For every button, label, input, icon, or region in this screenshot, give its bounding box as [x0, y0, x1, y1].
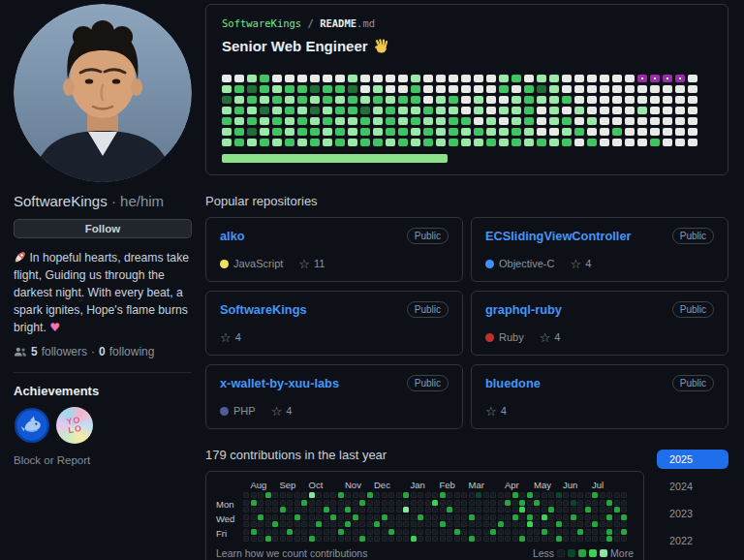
contribution-day-cell[interactable]: [411, 529, 417, 535]
contribution-day-cell[interactable]: [309, 500, 315, 506]
contribution-day-cell[interactable]: [374, 507, 380, 513]
contribution-day-cell[interactable]: [621, 500, 627, 506]
contribution-day-cell[interactable]: [353, 514, 358, 520]
contribution-day-cell[interactable]: [388, 536, 394, 542]
contribution-day-cell[interactable]: [571, 492, 576, 498]
contribution-day-cell[interactable]: [490, 514, 496, 520]
contribution-day-cell[interactable]: [563, 536, 569, 542]
contribution-day-cell[interactable]: [519, 536, 525, 542]
contribution-day-cell[interactable]: [367, 507, 373, 513]
contribution-day-cell[interactable]: [469, 500, 475, 506]
contribution-day-cell[interactable]: [367, 536, 373, 542]
contribution-day-cell[interactable]: [563, 500, 569, 506]
contribution-day-cell[interactable]: [280, 529, 286, 535]
contribution-day-cell[interactable]: [324, 492, 329, 498]
contribution-day-cell[interactable]: [483, 514, 489, 520]
contribution-day-cell[interactable]: [577, 507, 583, 513]
contribution-day-cell[interactable]: [476, 529, 481, 535]
contribution-day-cell[interactable]: [614, 529, 620, 535]
contribution-day-cell[interactable]: [563, 507, 569, 513]
contribution-day-cell[interactable]: [338, 536, 344, 542]
contribution-day-cell[interactable]: [367, 492, 373, 498]
contribution-day-cell[interactable]: [548, 514, 554, 520]
contribution-day-cell[interactable]: [243, 521, 249, 527]
contribution-day-cell[interactable]: [338, 507, 344, 513]
contribution-day-cell[interactable]: [382, 492, 388, 498]
contribution-day-cell[interactable]: [258, 514, 264, 520]
contribution-day-cell[interactable]: [338, 492, 344, 498]
contribution-day-cell[interactable]: [280, 514, 286, 520]
contribution-day-cell[interactable]: [483, 500, 489, 506]
contribution-day-cell[interactable]: [432, 507, 438, 513]
contribution-day-cell[interactable]: [585, 492, 591, 498]
contribution-day-cell[interactable]: [382, 521, 388, 527]
contribution-day-cell[interactable]: [600, 536, 605, 542]
contribution-day-cell[interactable]: [461, 514, 467, 520]
contribution-day-cell[interactable]: [454, 507, 460, 513]
contribution-day-cell[interactable]: [243, 507, 249, 513]
contribution-day-cell[interactable]: [461, 529, 467, 535]
contribution-day-cell[interactable]: [251, 507, 257, 513]
contribution-day-cell[interactable]: [505, 521, 511, 527]
contribution-day-cell[interactable]: [469, 492, 475, 498]
contribution-day-cell[interactable]: [512, 529, 518, 535]
contribution-day-cell[interactable]: [425, 500, 431, 506]
contribution-day-cell[interactable]: [600, 492, 605, 498]
contribution-day-cell[interactable]: [345, 521, 351, 527]
contribution-day-cell[interactable]: [432, 514, 438, 520]
contribution-day-cell[interactable]: [432, 500, 438, 506]
contribution-day-cell[interactable]: [454, 514, 460, 520]
contribution-day-cell[interactable]: [287, 536, 293, 542]
contribution-day-cell[interactable]: [403, 492, 409, 498]
contribution-day-cell[interactable]: [280, 492, 286, 498]
contribution-day-cell[interactable]: [592, 514, 598, 520]
contribution-day-cell[interactable]: [345, 492, 351, 498]
contribution-day-cell[interactable]: [265, 514, 271, 520]
contribution-day-cell[interactable]: [614, 507, 620, 513]
contribution-day-cell[interactable]: [345, 529, 351, 535]
contribution-day-cell[interactable]: [512, 492, 518, 498]
contribution-day-cell[interactable]: [454, 536, 460, 542]
contribution-day-cell[interactable]: [592, 521, 598, 527]
contribution-day-cell[interactable]: [330, 514, 336, 520]
contribution-day-cell[interactable]: [309, 514, 315, 520]
contribution-day-cell[interactable]: [418, 529, 423, 535]
contribution-day-cell[interactable]: [534, 536, 540, 542]
contribution-day-cell[interactable]: [483, 529, 489, 535]
contribution-day-cell[interactable]: [359, 500, 365, 506]
contribution-day-cell[interactable]: [425, 507, 431, 513]
contribution-day-cell[interactable]: [556, 514, 562, 520]
contribution-day-cell[interactable]: [309, 492, 315, 498]
contribution-day-cell[interactable]: [592, 500, 598, 506]
contribution-day-cell[interactable]: [301, 492, 307, 498]
contribution-day-cell[interactable]: [411, 521, 417, 527]
contribution-day-cell[interactable]: [534, 500, 540, 506]
contribution-day-cell[interactable]: [345, 536, 351, 542]
contribution-day-cell[interactable]: [425, 529, 431, 535]
contribution-day-cell[interactable]: [498, 521, 504, 527]
contribution-day-cell[interactable]: [498, 514, 504, 520]
contribution-day-cell[interactable]: [294, 507, 300, 513]
contribution-day-cell[interactable]: [534, 521, 540, 527]
contribution-day-cell[interactable]: [461, 492, 467, 498]
contribution-day-cell[interactable]: [353, 521, 358, 527]
contribution-day-cell[interactable]: [476, 492, 481, 498]
contribution-day-cell[interactable]: [316, 529, 322, 535]
contribution-day-cell[interactable]: [324, 529, 329, 535]
contribution-day-cell[interactable]: [338, 521, 344, 527]
contribution-day-cell[interactable]: [418, 507, 423, 513]
contribution-day-cell[interactable]: [374, 500, 380, 506]
contribution-day-cell[interactable]: [571, 529, 576, 535]
contribution-day-cell[interactable]: [461, 507, 467, 513]
contribution-day-cell[interactable]: [388, 521, 394, 527]
contribution-day-cell[interactable]: [505, 492, 511, 498]
contribution-day-cell[interactable]: [490, 500, 496, 506]
contribution-day-cell[interactable]: [476, 514, 481, 520]
contribution-day-cell[interactable]: [316, 507, 322, 513]
contribution-day-cell[interactable]: [374, 529, 380, 535]
contribution-day-cell[interactable]: [614, 500, 620, 506]
contribution-day-cell[interactable]: [621, 507, 627, 513]
contribution-day-cell[interactable]: [294, 492, 300, 498]
contribution-day-cell[interactable]: [353, 492, 358, 498]
contribution-day-cell[interactable]: [490, 536, 496, 542]
